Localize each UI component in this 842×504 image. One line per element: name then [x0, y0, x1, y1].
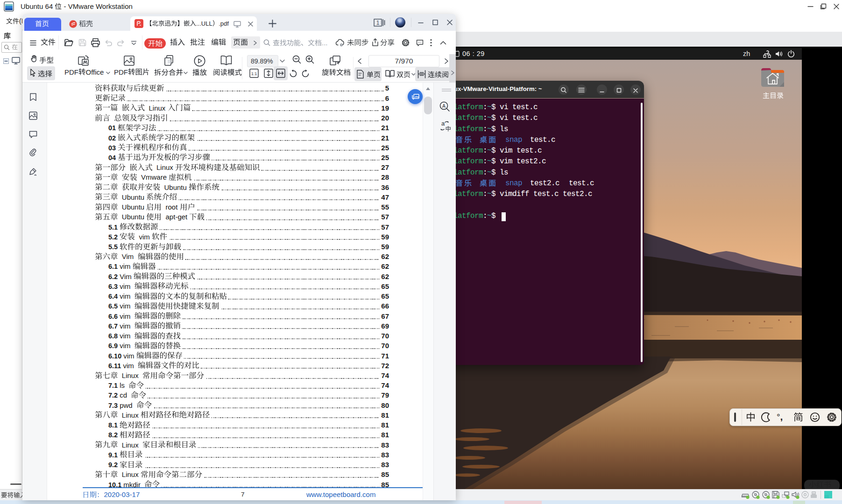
svg-text:1: 1 [376, 20, 380, 26]
svg-text:A: A [442, 103, 446, 109]
svg-text:1:1: 1:1 [251, 71, 257, 76]
svg-text:a: a [441, 120, 445, 127]
